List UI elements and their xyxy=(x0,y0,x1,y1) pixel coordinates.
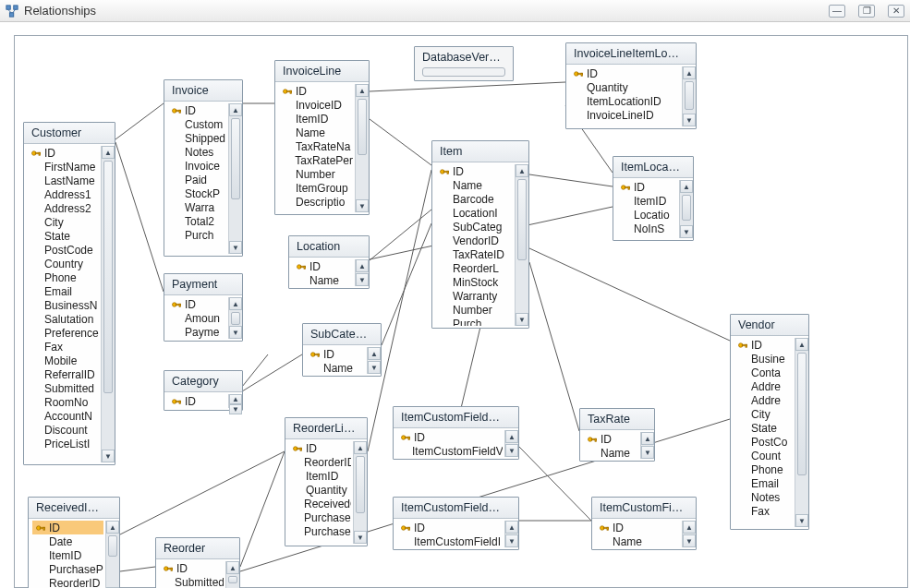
field-list[interactable]: IDDateItemIDPurchasePReorderIDReceivedQ xyxy=(29,521,105,588)
table-location[interactable]: Location IDName ▲▼ xyxy=(288,235,370,289)
field-row[interactable]: ItemLocationID xyxy=(570,94,680,108)
scroll-up-icon[interactable]: ▲ xyxy=(226,561,239,574)
field-row[interactable]: Barcode xyxy=(436,192,513,206)
scrollbar[interactable]: ▲▼ xyxy=(640,432,654,459)
scrollbar[interactable]: ▲▼ xyxy=(679,180,693,238)
scroll-up-icon[interactable]: ▲ xyxy=(680,180,693,193)
field-row[interactable]: ID xyxy=(397,521,503,534)
scroll-down-icon[interactable]: ▼ xyxy=(641,446,654,459)
close-button[interactable]: ✕ xyxy=(888,5,904,18)
field-row[interactable]: Quantity xyxy=(570,80,680,94)
field-list[interactable]: IDNameBarcodeLocationISubCategVendorIDTa… xyxy=(432,164,515,326)
field-row[interactable]: Custom xyxy=(168,117,226,131)
scrollbar[interactable]: ▲▼ xyxy=(355,259,369,286)
field-row[interactable]: Mobile xyxy=(28,354,99,367)
scrollbar[interactable]: ▲▼ xyxy=(228,297,242,339)
scrollbar[interactable]: ▲▼ xyxy=(682,521,696,547)
table-itemcustomfieldid[interactable]: ItemCustomField… IDItemCustomFieldI ▲▼ xyxy=(393,497,519,550)
field-list[interactable]: IDQuantityItemLocationIDInvoiceLineID xyxy=(566,66,682,126)
scroll-down-icon[interactable]: ▼ xyxy=(505,444,518,457)
table-taxrate[interactable]: TaxRate IDName ▲▼ xyxy=(579,408,655,462)
scroll-up-icon[interactable]: ▲ xyxy=(641,432,654,445)
field-row[interactable]: AccountN xyxy=(28,409,99,423)
scroll-up-icon[interactable]: ▲ xyxy=(683,521,696,534)
field-list[interactable]: IDSubmittedReorderN xyxy=(156,561,225,588)
field-row[interactable]: ItemID xyxy=(32,548,103,562)
table-invoice[interactable]: Invoice IDCustomShippedNotesInvoicePaidS… xyxy=(164,79,243,257)
field-row[interactable]: Paid xyxy=(168,173,226,186)
scroll-down-icon[interactable]: ▼ xyxy=(505,534,518,547)
scroll-down-icon[interactable]: ▼ xyxy=(516,313,528,326)
scroll-up-icon[interactable]: ▲ xyxy=(354,441,367,454)
scroll-down-icon[interactable]: ▼ xyxy=(229,241,242,254)
relationships-canvas[interactable]: DatabaseVer… Customer IDFirstNameLastNam… xyxy=(0,22,910,588)
field-row[interactable]: Count xyxy=(734,449,793,462)
field-row[interactable]: Date xyxy=(32,534,103,548)
field-row[interactable]: Name xyxy=(279,126,353,139)
field-row[interactable]: ItemGroup xyxy=(279,181,353,195)
field-row[interactable]: Fax xyxy=(28,340,99,354)
field-row[interactable]: Name xyxy=(596,534,680,547)
field-row[interactable]: TaxRateNa xyxy=(279,139,353,153)
scrollbar[interactable]: ▲▼ xyxy=(367,347,381,374)
field-row[interactable]: ID xyxy=(596,521,680,534)
minimize-button[interactable]: — xyxy=(829,5,845,18)
field-row[interactable]: ID xyxy=(436,164,513,178)
field-row[interactable]: Number xyxy=(279,167,353,181)
scroll-up-icon[interactable]: ▲ xyxy=(505,521,518,534)
field-row[interactable]: Purch xyxy=(436,317,513,326)
scroll-up-icon[interactable]: ▲ xyxy=(683,66,696,79)
field-row[interactable]: Descriptio xyxy=(279,195,353,209)
scroll-down-icon[interactable]: ▼ xyxy=(356,273,369,286)
field-row[interactable]: Locatio xyxy=(617,208,677,222)
scrollbar[interactable]: ▲▼ xyxy=(355,84,369,212)
field-row[interactable]: ID xyxy=(734,338,793,352)
field-row[interactable]: Salutation xyxy=(28,312,99,326)
scroll-up-icon[interactable]: ▲ xyxy=(368,347,381,360)
table-invoiceline[interactable]: InvoiceLine IDInvoiceIDItemIDNameTaxRate… xyxy=(274,60,370,215)
field-row[interactable]: Invoice xyxy=(168,159,226,173)
field-row[interactable]: Busine xyxy=(734,352,793,366)
field-list[interactable]: IDName xyxy=(289,259,355,286)
scroll-up-icon[interactable]: ▲ xyxy=(356,84,369,97)
scrollbar[interactable]: ▲▼ xyxy=(353,441,367,544)
scrollbar[interactable]: ▲▼ xyxy=(105,521,119,588)
field-row[interactable]: VendorID xyxy=(436,234,513,247)
scroll-down-icon[interactable]: ▼ xyxy=(356,199,369,212)
field-list[interactable]: IDFirstNameLastNameAddress1Address2CityS… xyxy=(24,146,101,462)
field-row[interactable]: BusinessN xyxy=(28,298,99,312)
table-reorder[interactable]: Reorder IDSubmittedReorderN ▲▼ xyxy=(155,537,240,588)
field-row[interactable]: Name xyxy=(584,446,638,459)
field-row[interactable]: ReferralID xyxy=(28,367,99,381)
scrollbar[interactable]: ▲▼ xyxy=(682,66,696,126)
field-row[interactable]: Name xyxy=(436,178,513,192)
field-row[interactable]: Warranty xyxy=(436,289,513,303)
sc
roll-down-icon[interactable]: ▼ xyxy=(683,114,696,126)
table-customer[interactable]: Customer IDFirstNameLastNameAddress1Addr… xyxy=(23,122,115,465)
field-row[interactable]: Preference xyxy=(28,326,99,340)
field-row[interactable]: Payme xyxy=(168,325,226,339)
scroll-up-icon[interactable]: ▲ xyxy=(505,430,518,443)
field-row[interactable]: Quantity xyxy=(289,483,351,497)
field-list[interactable]: IDBusineContaAddreAddreCityStatePostCoCo… xyxy=(731,338,795,527)
scroll-up-icon[interactable]: ▲ xyxy=(229,297,242,310)
field-list[interactable]: ID xyxy=(164,394,228,408)
field-row[interactable]: Notes xyxy=(734,490,793,504)
field-row[interactable]: ReorderL xyxy=(436,261,513,275)
table-category[interactable]: Category ID ▲▼ xyxy=(164,370,243,411)
field-row[interactable]: Addre xyxy=(734,379,793,393)
field-row[interactable]: Address1 xyxy=(28,187,99,201)
scroll-down-icon[interactable]: ▼ xyxy=(102,450,115,462)
field-row[interactable]: ID xyxy=(289,441,351,455)
field-row[interactable]: PurchaseP xyxy=(289,510,351,524)
scrollbar[interactable]: ▲▼ xyxy=(504,430,518,457)
table-itemcustomfield[interactable]: ItemCustomFi… IDName ▲▼ xyxy=(591,497,697,550)
field-row[interactable]: ItemID xyxy=(289,469,351,483)
field-row[interactable]: StockP xyxy=(168,186,226,200)
field-row[interactable]: ID xyxy=(307,347,365,361)
field-row[interactable]: TaxRatePer xyxy=(279,153,353,167)
table-receiveditem[interactable]: ReceivedI… IDDateItemIDPurchasePReorderI… xyxy=(28,497,120,588)
field-row[interactable]: PostCode xyxy=(28,243,99,257)
table-reorderline[interactable]: ReorderLi… IDReorderIDItemIDQuantityRece… xyxy=(285,417,368,546)
scroll-up-icon[interactable]: ▲ xyxy=(229,103,242,116)
